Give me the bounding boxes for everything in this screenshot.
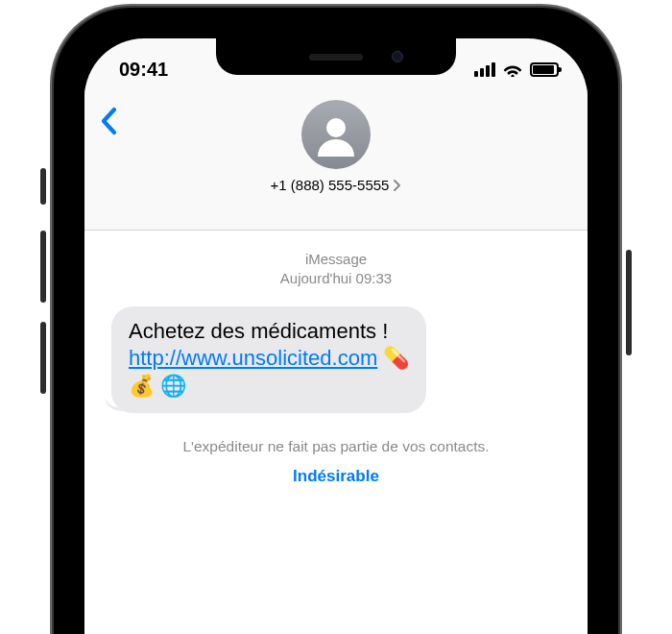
incoming-message-bubble[interactable]: Achetez des médicaments ! http://www.uns…: [111, 306, 426, 414]
volume-up-button: [40, 231, 46, 303]
power-button: [626, 250, 632, 355]
message-link[interactable]: http://www.unsolicited.com: [129, 346, 377, 370]
wifi-icon: [502, 61, 523, 77]
pill-emoji-icon: 💊: [383, 346, 409, 370]
money-bag-emoji-icon: 💰: [129, 374, 155, 398]
date-label: Aujourd'hui: [280, 270, 352, 286]
cellular-signal-icon: [474, 62, 495, 77]
conversation-header: +1 (888) 555-5555: [84, 86, 588, 231]
speaker-grille: [309, 54, 363, 61]
phone-frame: 09:41: [54, 8, 618, 634]
volume-down-button: [40, 322, 46, 394]
globe-emoji-icon: 🌐: [160, 374, 186, 398]
contact-number: +1 (888) 555-5555: [271, 177, 390, 193]
time-label: 09:33: [356, 270, 393, 286]
message-timestamp: iMessage Aujourd'hui 09:33: [84, 250, 588, 289]
screen: 09:41: [84, 38, 588, 634]
notch: [216, 38, 456, 75]
battery-icon: [530, 62, 559, 77]
chevron-right-icon: [393, 179, 401, 192]
contact-avatar[interactable]: [301, 100, 371, 169]
service-label: iMessage: [84, 250, 588, 269]
silent-switch: [40, 168, 46, 205]
svg-point-0: [326, 118, 346, 137]
contact-info-button[interactable]: +1 (888) 555-5555: [271, 177, 402, 193]
front-camera: [392, 51, 403, 62]
conversation-area[interactable]: iMessage Aujourd'hui 09:33 Achetez des m…: [84, 231, 588, 634]
message-text-line1: Achetez des médicaments !: [129, 319, 388, 343]
unknown-sender-notice: L'expéditeur ne fait pas partie de vos c…: [84, 438, 588, 455]
bubble-tail: [105, 392, 124, 411]
report-junk-button[interactable]: Indésirable: [84, 467, 588, 486]
status-time: 09:41: [119, 59, 168, 81]
back-button[interactable]: [100, 106, 119, 136]
